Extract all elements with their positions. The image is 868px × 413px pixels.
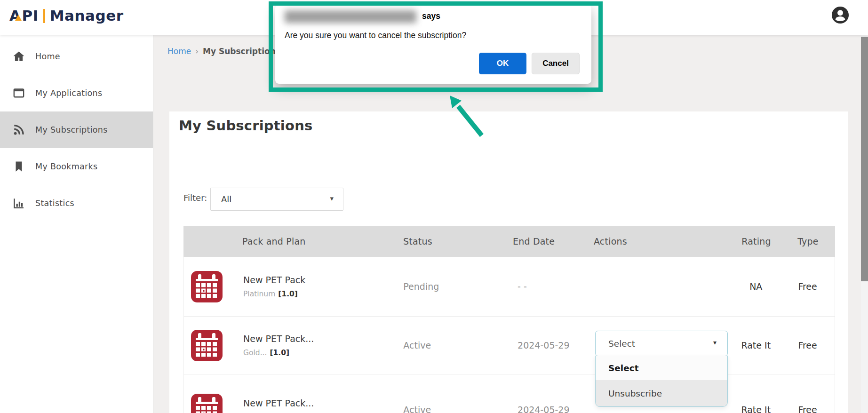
pack-name: New PET Pack xyxy=(243,275,305,285)
dropdown-option-select[interactable]: Select xyxy=(596,356,727,380)
table-row: New PET Pack... Gold...[1.0] Active 2024… xyxy=(183,317,835,374)
sidebar-item-my-bookmarks[interactable]: My Bookmarks xyxy=(0,148,153,185)
status-value: Active xyxy=(390,340,475,350)
pack-version: [1.0] xyxy=(270,349,289,357)
pack-plan: Platinum xyxy=(243,290,275,298)
breadcrumb-current: My Subscriptions xyxy=(203,47,280,56)
dialog-source-redacted xyxy=(285,10,416,23)
subscriptions-rss-icon xyxy=(13,124,25,136)
breadcrumb: Home›My Subscriptions xyxy=(167,47,280,56)
browser-confirm-dialog: says Are you sure you want to cancel the… xyxy=(275,5,591,84)
logo-text-pi: PI xyxy=(22,7,39,24)
breadcrumb-home-link[interactable]: Home xyxy=(167,47,191,56)
scrollbar-thumb[interactable] xyxy=(861,37,868,281)
sidebar-item-my-applications[interactable]: My Applications xyxy=(0,75,153,111)
table-row: New PET Pack Platinum[1.0] Pending - - N… xyxy=(183,257,835,317)
logo-divider xyxy=(43,9,45,23)
actions-select-value: Select xyxy=(608,339,635,349)
column-header-rating: Rating xyxy=(732,236,781,246)
statistics-icon xyxy=(13,197,25,209)
user-avatar-icon xyxy=(831,6,849,24)
sidebar-item-statistics[interactable]: Statistics xyxy=(0,185,153,222)
filter-select[interactable]: All ▾ xyxy=(210,188,343,211)
rate-it-link[interactable]: Rate It xyxy=(741,340,771,350)
logo-triangle-icon xyxy=(15,15,22,21)
type-value: Free xyxy=(780,405,835,413)
breadcrumb-separator: › xyxy=(195,47,199,56)
scrollbar-track[interactable] xyxy=(861,35,868,413)
end-date-value: 2024-05-29 xyxy=(475,405,588,413)
sidebar-item-label: Home xyxy=(35,52,60,61)
type-value: Free xyxy=(780,340,835,350)
chevron-down-icon: ▾ xyxy=(330,194,334,203)
sidebar-item-label: My Subscriptions xyxy=(35,125,108,135)
column-header-actions: Actions xyxy=(588,236,732,246)
rating-value: NA xyxy=(731,281,780,292)
actions-select[interactable]: Select ▾ xyxy=(595,331,728,356)
filter-label: Filter: xyxy=(183,193,207,203)
sidebar-item-home[interactable]: Home xyxy=(0,38,153,75)
ok-button[interactable]: OK xyxy=(479,53,526,74)
end-date-value: 2024-05-29 xyxy=(475,340,588,350)
dialog-says-label: says xyxy=(422,11,440,21)
pack-calendar-icon xyxy=(191,271,223,302)
sidebar-item-label: My Applications xyxy=(35,88,102,98)
user-avatar[interactable] xyxy=(831,6,849,24)
type-value: Free xyxy=(780,281,835,292)
applications-icon xyxy=(13,87,25,99)
app-logo: APIManager xyxy=(9,7,124,24)
pack-calendar-icon xyxy=(191,330,223,361)
pack-calendar-icon xyxy=(191,394,223,413)
pack-version: [1.0] xyxy=(278,290,298,298)
page-title: My Subscriptions xyxy=(179,118,312,134)
rate-it-link[interactable]: Rate It xyxy=(741,405,771,413)
end-date-value: - - xyxy=(475,281,588,292)
filter-select-value: All xyxy=(221,194,231,204)
logo-text-manager: Manager xyxy=(50,7,124,24)
column-header-type: Type xyxy=(781,236,835,246)
table-row: New PET Pack... Silver...[1.0] Active 20… xyxy=(183,374,835,413)
subscriptions-table: Pack and Plan Status End Date Actions Ra… xyxy=(183,226,835,413)
bookmark-icon xyxy=(13,160,25,173)
home-icon xyxy=(13,50,25,63)
column-header-status: Status xyxy=(390,236,475,246)
column-header-end-date: End Date xyxy=(475,236,588,246)
column-header-pack-and-plan: Pack and Plan xyxy=(183,236,390,246)
pack-plan: Gold... xyxy=(243,349,267,357)
sidebar-item-label: Statistics xyxy=(35,199,74,208)
status-value: Pending xyxy=(390,281,475,292)
sidebar: Home My Applications My Subscriptions My… xyxy=(0,35,153,413)
pack-name: New PET Pack... xyxy=(243,334,314,344)
pack-name: New PET Pack... xyxy=(243,398,314,408)
actions-dropdown-menu: Select Unsubscribe xyxy=(595,356,728,407)
status-value: Active xyxy=(390,405,475,413)
sidebar-item-my-subscriptions[interactable]: My Subscriptions xyxy=(0,111,153,148)
chevron-down-icon: ▾ xyxy=(713,339,717,346)
sidebar-item-label: My Bookmarks xyxy=(35,162,97,171)
dialog-message: Are you sure you want to cancel the subs… xyxy=(285,31,466,40)
dropdown-option-unsubscribe[interactable]: Unsubscribe xyxy=(596,380,727,406)
cancel-button[interactable]: Cancel xyxy=(532,53,580,74)
table-header-row: Pack and Plan Status End Date Actions Ra… xyxy=(183,226,835,257)
